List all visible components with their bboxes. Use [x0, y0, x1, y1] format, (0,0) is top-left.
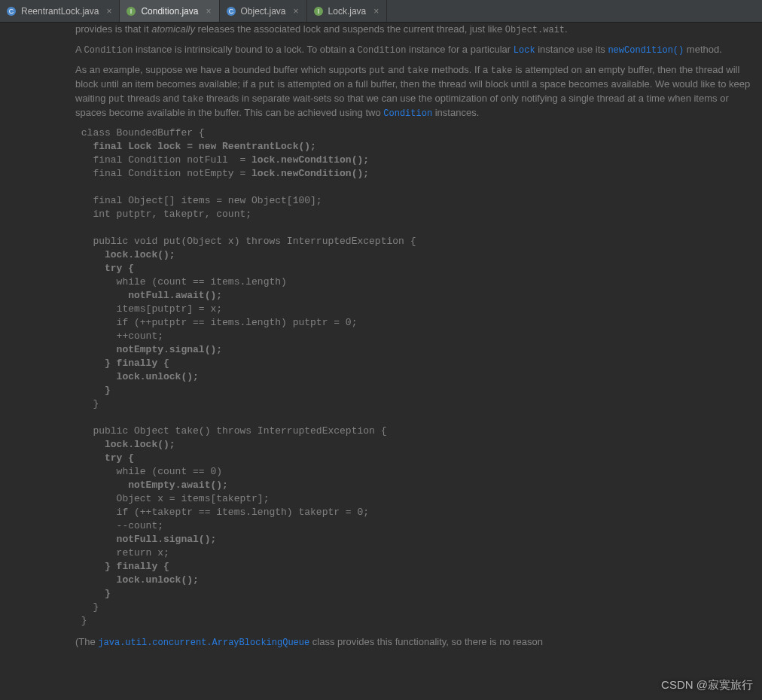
- class-icon: C: [6, 6, 17, 17]
- svg-text:C: C: [228, 8, 233, 15]
- tab-label: ReentrantLock.java: [21, 6, 99, 17]
- link-condition[interactable]: Condition: [383, 108, 432, 119]
- tab-label: Object.java: [241, 6, 286, 17]
- interface-icon: I: [126, 6, 136, 17]
- link-lock[interactable]: Lock: [514, 45, 535, 56]
- tab-condition[interactable]: I Condition.java ×: [120, 0, 219, 22]
- close-icon[interactable]: ×: [106, 6, 111, 17]
- link-newcondition[interactable]: newCondition(): [608, 45, 684, 56]
- tab-lock[interactable]: I Lock.java ×: [307, 0, 388, 22]
- interface-icon: I: [313, 6, 324, 17]
- class-icon: C: [226, 6, 236, 17]
- tab-reentrantlock[interactable]: C ReentrantLock.java ×: [0, 0, 120, 22]
- svg-text:C: C: [9, 8, 14, 15]
- tab-object[interactable]: C Object.java ×: [220, 0, 307, 22]
- tab-label: Lock.java: [328, 6, 367, 17]
- tab-label: Condition.java: [141, 6, 198, 17]
- editor-tabbar: C ReentrantLock.java × I Condition.java …: [0, 0, 762, 23]
- link-arrayblockingqueue[interactable]: java.util.concurrent.ArrayBlockingQueue: [98, 638, 309, 648]
- close-icon[interactable]: ×: [206, 6, 211, 17]
- editor-viewport[interactable]: provides is that it atomically releases …: [75, 23, 762, 700]
- svg-text:I: I: [317, 8, 319, 15]
- close-icon[interactable]: ×: [294, 6, 299, 17]
- svg-text:I: I: [130, 8, 133, 15]
- close-icon[interactable]: ×: [373, 6, 379, 17]
- javadoc-text: provides is that it atomically releases …: [75, 23, 762, 650]
- code-sample: class BoundedBuffer { final Lock lock = …: [75, 126, 753, 628]
- editor-gutter: [0, 23, 75, 700]
